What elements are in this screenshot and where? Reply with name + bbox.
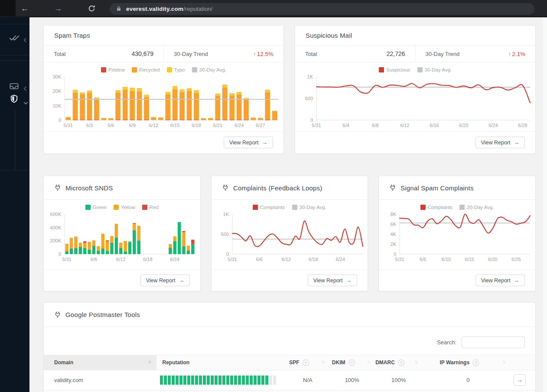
svg-text:6/25: 6/25 [511,257,521,262]
svg-text:6/18: 6/18 [309,257,318,262]
legend-item: Yellow [114,204,135,211]
help-icon[interactable]: ? [472,359,479,366]
svg-text:20K: 20K [52,88,61,94]
card-title-snds: Microsoft SNDS [65,184,113,192]
view-report-button[interactable]: View Report→ [475,274,525,286]
view-report-button[interactable]: View Report→ [224,137,273,148]
chart-canvas: 05001K5/316/46/86/126/166/206/246/28 [296,74,535,129]
card-title-signal-spam: Signal Spam Complaints [400,184,474,192]
svg-text:6/24: 6/24 [335,257,345,262]
page-title-suspicious-mail: Suspicious Mail [306,32,352,39]
reload-button[interactable] [83,0,100,17]
column-header-dmarc[interactable]: DMARC ? ↑↓ [375,355,423,370]
help-icon[interactable]: ? [398,359,404,366]
svg-text:6/15: 6/15 [465,257,474,262]
help-icon[interactable]: ? [348,359,355,366]
trend-value: ↑12.5% [253,51,274,57]
card-signal-spam: Signal Spam Complaints Complaints30-Day … [378,176,536,291]
chart-canvas: 02K4K6K8K5/316/56/106/156/206/25 [379,212,535,263]
sort-icon[interactable]: ↑↓ [414,359,417,364]
svg-text:6/6: 6/6 [107,123,114,128]
svg-text:8K: 8K [391,212,397,217]
help-icon[interactable]: ? [303,359,309,366]
svg-text:6/24: 6/24 [234,123,244,128]
page-title-spam-traps: Spam Traps [54,32,90,39]
spam-traps-chart: PristineRecycledTypo30-Day Avg.010K20K30… [44,62,283,129]
plug-icon [222,184,229,191]
back-button[interactable]: ← [16,1,33,16]
svg-text:6/27: 6/27 [256,123,265,128]
legend-item: Recycled [132,66,160,73]
svg-text:6/9: 6/9 [129,123,135,128]
view-report-button[interactable]: View Report→ [475,137,525,148]
trend-up-icon: ↑ [508,51,511,57]
card-complaints-fbl: Complaints (Feedback Loops) Complaints30… [211,176,368,291]
svg-text:10K: 10K [52,103,61,108]
svg-text:5/31: 5/31 [64,123,73,128]
svg-text:6/8: 6/8 [372,123,378,128]
url-host: everest.validity.com [126,6,183,12]
chevron-left-icon [23,85,27,93]
dkim-cell: 100% [329,377,375,383]
row-detail-button[interactable]: → [514,374,526,386]
sort-icon[interactable]: ↑↓ [367,359,370,364]
chart-canvas: 0200K400K600K5/316/66/126/186/24 [44,212,200,263]
legend-item: 30-Day Avg. [292,204,326,211]
column-header-action [514,355,535,370]
svg-text:6/18: 6/18 [143,257,152,262]
window-corner [0,0,16,17]
svg-text:6K: 6K [391,222,397,227]
svg-text:6/24: 6/24 [170,257,179,262]
suspicious-mail-chart: Suspicious30-Day Avg.05001K5/316/46/86/1… [295,62,535,129]
table-row[interactable]: validity.com N/A 100% 100% 0 → [44,370,535,390]
card-title-complaints: Complaints (Feedback Loops) [233,184,322,192]
column-header-ip-warnings[interactable]: IP Warnings ? ↑↓ [422,355,514,370]
sort-icon[interactable]: ↑↓ [149,359,151,364]
svg-text:6/12: 6/12 [116,257,125,262]
column-header-dkim[interactable]: DKIM ? ↑↓ [329,355,375,370]
legend-item: 30-Day Avg. [417,66,452,73]
sort-icon[interactable]: ↑↓ [502,359,505,364]
stat-total: Total 22,726 [295,46,416,62]
svg-text:6/15: 6/15 [170,123,179,128]
svg-text:6/20: 6/20 [459,123,468,128]
column-header-spf[interactable]: SPF ? ↑↓ [286,355,329,370]
forward-button[interactable]: → [49,1,67,16]
column-header-domain[interactable]: Domain ↑↓ [44,355,156,370]
snds-chart: GreenYellowRed0200K400K600K5/316/66/126/… [44,200,200,263]
address-bar[interactable]: everest.validity.com/reputation/ [110,3,534,15]
svg-text:6/24: 6/24 [488,123,498,128]
sidebar-item-reputation[interactable] [0,95,29,105]
svg-text:6/4: 6/4 [342,123,349,128]
sort-icon[interactable]: ↑↓ [322,359,324,364]
svg-text:4K: 4K [391,232,397,237]
view-report-button[interactable]: View Report→ [140,274,190,286]
table-footer [44,390,535,392]
arrow-right-icon: → [179,278,185,284]
legend-item: Complaints [420,204,453,211]
view-report-button[interactable]: View Report→ [308,274,357,286]
legend-item: Complaints [253,204,285,211]
chevron-left-icon [23,36,27,44]
sidebar-item-deliverability[interactable] [0,33,29,43]
chart-canvas: 05001K5/316/66/126/186/24 [212,212,368,263]
dmarc-cell: 100% [375,377,423,383]
main-content: Spam Traps Total 430,679 30-Day Trend ↑1… [29,17,547,392]
svg-text:5/31: 5/31 [228,257,237,262]
sidebar-divider [0,24,29,24]
sidebar-item-inbox[interactable] [0,82,29,92]
svg-text:5/31: 5/31 [395,257,404,262]
svg-text:6/12: 6/12 [149,123,158,128]
page-scrollbar[interactable] [542,17,547,392]
legend-item: Green [85,204,107,211]
svg-text:0: 0 [59,252,61,257]
svg-text:6/6: 6/6 [91,257,97,262]
svg-text:500: 500 [221,232,228,237]
plug-icon [54,184,61,191]
spf-cell: N/A [286,377,329,383]
svg-text:6/28: 6/28 [518,123,527,128]
chart-canvas: 010K20K30K5/316/36/66/96/126/156/186/216… [44,74,283,129]
sidebar-divider [0,55,29,56]
search-input[interactable] [462,336,525,348]
svg-text:0: 0 [310,118,313,123]
